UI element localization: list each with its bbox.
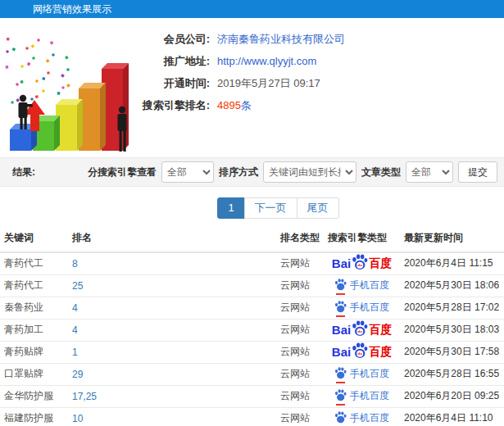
svg-text:du: du [358, 329, 363, 333]
baidu-paw-icon [334, 279, 347, 291]
filter-bar: 结果: 分搜索引擎查看 全部 排序方式 关键词由短到长排序 文章类型 全部 提交 [0, 157, 504, 187]
rank-type-cell: 云网站 [276, 407, 324, 426]
page-1-button[interactable]: 1 [217, 197, 244, 219]
table-body: 膏药代工8云网站 Bai du 百度2020年6月4日 11:15膏药代工25云… [0, 252, 504, 426]
mobile-baidu-logo[interactable]: 手机百度 [334, 279, 389, 293]
rank-cell[interactable]: 29 [68, 363, 276, 385]
table-row: 膏药加工4云网站 Bai du 百度2020年5月30日 18:03 [0, 319, 504, 341]
time-cell: 2020年6月4日 11:10 [400, 407, 504, 426]
growth-chart-illustration [0, 18, 141, 157]
rank-type-cell: 云网站 [276, 274, 324, 297]
time-cell: 2020年5月30日 18:03 [400, 319, 504, 341]
filter-controls: 分搜索引擎查看 全部 排序方式 关键词由短到长排序 文章类型 全部 提交 [88, 161, 497, 183]
baidu-paw-icon [334, 411, 347, 424]
article-type-label: 文章类型 [361, 165, 401, 179]
baidu-paw-icon [334, 389, 347, 401]
mobile-baidu-logo[interactable]: 手机百度 [334, 411, 389, 426]
engine-rank-label: 搜索引擎排名: [141, 98, 210, 113]
update-time-header: 最新更新时间 [400, 224, 504, 252]
table-row: 膏药贴牌1云网站 Bai du 百度2020年5月30日 17:58 [0, 341, 504, 363]
rank-cell[interactable]: 8 [68, 252, 276, 274]
submit-button[interactable]: 提交 [458, 161, 497, 183]
next-page-button[interactable]: 下一页 [244, 197, 297, 219]
rank-type-header: 排名类型 [276, 224, 324, 252]
mobile-baidu-logo[interactable]: 手机百度 [334, 301, 389, 315]
open-time-label: 开通时间: [141, 76, 210, 91]
engine-cell: Bai du 百度 [324, 319, 400, 341]
rank-cell[interactable]: 10 [68, 407, 276, 426]
engine-filter-select[interactable]: 全部 [161, 161, 214, 183]
mobile-baidu-logo[interactable]: 手机百度 [334, 367, 389, 382]
open-time-row: 开通时间: 2019年5月27日 09:17 [141, 72, 504, 94]
time-cell: 2020年6月4日 11:15 [400, 252, 504, 274]
rank-cell[interactable]: 25 [68, 274, 276, 297]
time-cell: 2020年6月20日 09:25 [400, 385, 504, 407]
page-title: 网络营销效果展示 [33, 3, 111, 15]
rank-type-cell: 云网站 [276, 363, 324, 385]
keyword-cell: 福建防护服 [0, 407, 68, 426]
time-cell: 2020年5月28日 16:55 [400, 363, 504, 385]
member-company-label: 会员公司: [141, 32, 210, 47]
member-company-link[interactable]: 济南秦鲁药业科技有限公司 [217, 33, 345, 45]
time-cell: 2020年5月28日 17:02 [400, 297, 504, 319]
time-cell: 2020年5月30日 18:06 [400, 274, 504, 297]
rank-cell[interactable]: 1 [68, 341, 276, 363]
engine-cell: 手机百度 [324, 274, 400, 297]
rank-cell[interactable]: 4 [68, 319, 276, 341]
keyword-cell: 膏药代工 [0, 252, 68, 274]
engine-cell: 手机百度 [324, 407, 400, 426]
engine-cell: 手机百度 [324, 297, 400, 319]
engine-rank-row: 搜索引擎排名: 4895条 [141, 94, 504, 116]
pagination: 1 下一页 尾页 [217, 197, 338, 219]
keyword-cell: 口罩贴牌 [0, 363, 68, 385]
sort-filter-select[interactable]: 关键词由短到长排序 [263, 161, 356, 183]
baidu-paw-icon: du [352, 320, 368, 337]
rank-type-cell: 云网站 [276, 252, 324, 274]
bar-chart-clipart-image [2, 23, 139, 154]
table-row: 膏药代工8云网站 Bai du 百度2020年6月4日 11:15 [0, 252, 504, 274]
engine-filter-label: 分搜索引擎查看 [88, 165, 157, 179]
promo-url-label: 推广地址: [141, 54, 210, 69]
rank-type-cell: 云网站 [276, 385, 324, 407]
rank-cell[interactable]: 17,25 [68, 385, 276, 407]
engine-cell: Bai du 百度 [324, 341, 400, 363]
member-company-row: 会员公司: 济南秦鲁药业科技有限公司 [141, 28, 504, 50]
company-info-list: 会员公司: 济南秦鲁药业科技有限公司 推广地址: http://www.qlyy… [141, 18, 504, 157]
table-row: 秦鲁药业4云网站 手机百度2020年5月28日 17:02 [0, 297, 504, 319]
engine-cell: 手机百度 [324, 363, 400, 385]
rank-header: 排名 [68, 224, 276, 252]
baidu-logo[interactable]: Bai du 百度 [332, 320, 392, 339]
svg-text:du: du [358, 351, 363, 356]
baidu-paw-icon: du [352, 342, 368, 359]
rank-cell[interactable]: 4 [68, 297, 276, 319]
table-row: 口罩贴牌29云网站 手机百度2020年5月28日 16:55 [0, 363, 504, 385]
table-row: 膏药代工25云网站 手机百度2020年5月30日 18:06 [0, 274, 504, 297]
baidu-logo[interactable]: Bai du 百度 [332, 342, 392, 361]
promo-url-link[interactable]: http://www.qlyyjt.com [217, 55, 316, 67]
keyword-cell: 膏药贴牌 [0, 341, 68, 363]
keyword-cell: 秦鲁药业 [0, 297, 68, 319]
sort-filter-label: 排序方式 [219, 165, 258, 179]
engine-cell: 手机百度 [324, 385, 400, 407]
engine-type-header: 搜索引擎类型 [324, 224, 400, 252]
result-label: 结果: [12, 165, 35, 179]
mobile-baidu-logo[interactable]: 手机百度 [334, 389, 389, 404]
rank-type-cell: 云网站 [276, 341, 324, 363]
table-row: 福建防护服10云网站 手机百度2020年6月4日 11:10 [0, 407, 504, 426]
baidu-paw-icon [334, 301, 347, 313]
svg-text:du: du [358, 264, 363, 268]
info-section: 会员公司: 济南秦鲁药业科技有限公司 推广地址: http://www.qlyy… [0, 18, 504, 157]
title-bar: 网络营销效果展示 [0, 0, 504, 18]
keyword-cell: 膏药代工 [0, 274, 68, 297]
engine-rank-suffix: 条 [241, 99, 252, 111]
baidu-logo[interactable]: Bai du 百度 [332, 254, 392, 273]
baidu-paw-icon [334, 367, 347, 379]
article-type-select[interactable]: 全部 [406, 161, 453, 183]
confetti-dots [6, 38, 70, 107]
table-row: 金华防护服17,25云网站 手机百度2020年6月20日 09:25 [0, 385, 504, 407]
rank-type-cell: 云网站 [276, 297, 324, 319]
table-header-row: 关键词 排名 排名类型 搜索引擎类型 最新更新时间 [0, 224, 504, 252]
last-page-button[interactable]: 尾页 [297, 197, 339, 219]
baidu-paw-icon: du [352, 254, 368, 270]
keyword-cell: 金华防护服 [0, 385, 68, 407]
